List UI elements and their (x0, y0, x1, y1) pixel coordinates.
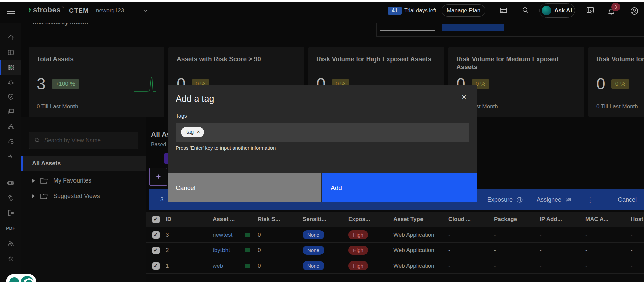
caret-right-icon (32, 178, 35, 183)
sidebar-scan-shield-icon[interactable] (0, 190, 21, 205)
folder-icon (40, 193, 48, 199)
view-group-label: Suggested Views (53, 193, 100, 200)
cell-host: - (626, 232, 644, 238)
asset-link[interactable]: web (213, 263, 223, 269)
sidebar-pdf-item[interactable]: PDF (0, 220, 21, 235)
card-value: 0 (596, 76, 605, 92)
tag-chip: tag × (181, 127, 204, 137)
exposure-action[interactable]: Exposure (487, 196, 523, 203)
col-header-exposure[interactable]: Expos... (344, 216, 389, 223)
asset-link[interactable]: tbytbht (213, 247, 230, 254)
cell-cloud: - (444, 263, 489, 269)
col-header-asset-type[interactable]: Asset Type (389, 216, 444, 223)
card-footer: 0 Till Last Month (37, 103, 78, 110)
selection-cancel-button[interactable]: Cancel (618, 196, 637, 203)
cell-mac: - (581, 247, 626, 254)
sidebar-reports-windows-icon[interactable] (0, 104, 21, 119)
extension-logo-mark (9, 277, 19, 282)
view-group-my-favourites[interactable]: My Favourites (21, 174, 146, 187)
search-icon[interactable] (521, 6, 530, 14)
sensitivity-badge: None (303, 230, 324, 239)
add-tag-modal: Add a tag × Tags tag × Press 'Enter' key… (168, 85, 477, 202)
assignee-action[interactable]: Assignee (537, 196, 572, 203)
trial-days-text: Trial days left (404, 8, 436, 14)
search-placeholder: Search by View Name (44, 137, 101, 144)
org-selector[interactable]: neworg123 (96, 7, 124, 14)
cancel-button[interactable]: Cancel (168, 173, 321, 202)
hamburger-menu-icon[interactable] (7, 9, 15, 15)
section-border (376, 23, 377, 36)
views-panel: Search by View Name All Assets My Favour… (21, 117, 146, 282)
tag-chip-label: tag (186, 129, 194, 135)
row-checkbox[interactable] (152, 231, 160, 239)
brand-logo[interactable]: strobes ™ (26, 6, 64, 14)
ai-sparkle-button[interactable] (149, 168, 167, 186)
col-header-host[interactable]: Host (626, 216, 644, 223)
table-header-row: ID Asset ... Risk S... Sensiti... Expos.… (146, 212, 644, 227)
sidebar-settings-gear-icon[interactable] (0, 251, 21, 266)
asset-link[interactable]: newtest (213, 232, 233, 238)
cell-risk: 0 (253, 247, 298, 254)
sidebar-vulnerabilities-bug-icon[interactable] (0, 75, 21, 89)
page-subtitle: Based (151, 142, 166, 148)
sidebar-automation-icon[interactable] (0, 134, 21, 149)
cell-mac: - (581, 232, 626, 238)
cell-risk: 0 (253, 263, 298, 269)
sensitivity-badge: None (303, 246, 324, 255)
col-header-ip[interactable]: IP Add... (535, 216, 581, 223)
sidebar-users-icon[interactable] (0, 236, 21, 251)
account-avatar-icon[interactable] (630, 6, 639, 16)
cell-cloud: - (444, 247, 489, 254)
caret-right-icon (32, 194, 35, 198)
selected-count: 3 (160, 196, 163, 203)
chevron-down-icon[interactable] (143, 8, 149, 14)
select-all-checkbox[interactable] (152, 216, 160, 223)
assets-table: ID Asset ... Risk S... Sensiti... Expos.… (146, 212, 644, 282)
clipped-primary-button[interactable] (442, 24, 504, 31)
assignee-label: Assignee (537, 196, 561, 203)
manage-plan-button[interactable]: Manage Plan (442, 4, 485, 17)
cell-host: - (626, 263, 644, 269)
sidebar-shield-check-icon[interactable] (0, 89, 21, 104)
session-recorder-icon[interactable] (586, 6, 595, 15)
cell-cloud: - (444, 232, 489, 238)
sidebar-dashboard-icon[interactable] (0, 45, 21, 60)
modal-close-icon[interactable]: × (462, 93, 466, 101)
asset-status-square (245, 264, 250, 268)
row-checkbox[interactable] (152, 247, 160, 254)
view-group-suggested-views[interactable]: Suggested Views (21, 190, 146, 202)
col-header-id[interactable]: ID (161, 216, 208, 223)
sidebar-assets-icon[interactable] (0, 60, 21, 75)
col-header-mac[interactable]: MAC A... (581, 216, 626, 223)
view-item-all-assets[interactable]: All Assets (21, 156, 146, 171)
cell-package: - (489, 247, 535, 254)
sidebar-ticket-icon[interactable] (0, 175, 21, 190)
sparkle-icon (155, 173, 162, 180)
more-actions-kebab-icon[interactable]: ⋮ (587, 196, 593, 204)
globe-icon (516, 196, 523, 203)
exposure-badge: High (348, 246, 368, 255)
billing-card-icon[interactable] (499, 6, 508, 14)
search-icon (34, 137, 40, 144)
col-header-asset[interactable]: Asset ... (208, 216, 253, 223)
cell-package: - (489, 263, 535, 269)
tags-input-field[interactable]: tag × (176, 123, 469, 142)
ask-ai-button[interactable]: Ask AI (539, 3, 575, 18)
extension-logo[interactable] (6, 274, 36, 282)
add-button[interactable]: Add (322, 173, 477, 202)
sidebar-activity-pulse-icon[interactable] (0, 149, 21, 163)
view-search-input[interactable]: Search by View Name (29, 132, 138, 149)
sidebar-home-icon[interactable] (0, 30, 21, 45)
sparkline-chart (134, 76, 157, 93)
cell-id: 1 (161, 263, 208, 269)
col-header-cloud[interactable]: Cloud ... (444, 216, 489, 223)
col-header-package[interactable]: Package (489, 216, 535, 223)
tag-chip-remove-icon[interactable]: × (197, 129, 200, 135)
divider (606, 195, 606, 204)
sidebar-hierarchy-icon[interactable] (0, 119, 21, 134)
sidebar-board-columns-icon[interactable] (0, 205, 21, 220)
row-checkbox[interactable] (152, 262, 160, 270)
ask-ai-label: Ask AI (554, 7, 572, 14)
col-header-risk[interactable]: Risk S... (253, 216, 298, 223)
col-header-sensitivity[interactable]: Sensiti... (298, 216, 344, 223)
